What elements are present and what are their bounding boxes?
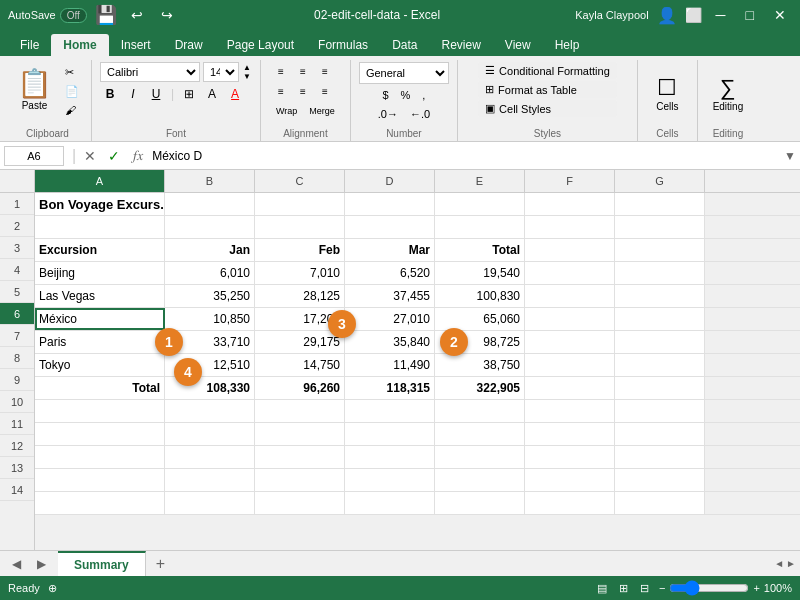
cell-a7[interactable]: Paris [35, 331, 165, 353]
row-num-1[interactable]: 1 [0, 193, 34, 215]
align-mid-center[interactable]: ≡ [293, 82, 313, 100]
decrease-decimal[interactable]: ←.0 [405, 106, 435, 122]
cell-e5[interactable]: 100,830 [435, 285, 525, 307]
cell-b11[interactable] [165, 423, 255, 445]
cell-c10[interactable] [255, 400, 345, 422]
align-top-right[interactable]: ≡ [315, 62, 335, 80]
cell-d1[interactable] [345, 193, 435, 215]
underline-button[interactable]: U [146, 84, 166, 104]
font-name-select[interactable]: Calibri [100, 62, 200, 82]
cell-f13[interactable] [525, 469, 615, 491]
cell-f6[interactable] [525, 308, 615, 330]
add-sheet-button[interactable]: + [146, 551, 175, 576]
redo-button[interactable]: ↪ [155, 5, 179, 25]
tab-file[interactable]: File [8, 34, 51, 56]
row-num-12[interactable]: 12 [0, 435, 34, 457]
cell-g13[interactable] [615, 469, 705, 491]
cell-g1[interactable] [615, 193, 705, 215]
fill-color-button[interactable]: A [202, 84, 222, 104]
cell-e14[interactable] [435, 492, 525, 514]
cell-b12[interactable] [165, 446, 255, 468]
cell-a11[interactable] [35, 423, 165, 445]
font-color-button[interactable]: A [225, 84, 245, 104]
row-num-13[interactable]: 13 [0, 457, 34, 479]
cell-b1[interactable] [165, 193, 255, 215]
cell-d14[interactable] [345, 492, 435, 514]
cell-e3[interactable]: Total [435, 239, 525, 261]
tab-data[interactable]: Data [380, 34, 429, 56]
currency-button[interactable]: $ [377, 87, 393, 103]
cell-e10[interactable] [435, 400, 525, 422]
font-size-decrease[interactable]: ▼ [242, 72, 252, 81]
zoom-in-button[interactable]: + [753, 582, 759, 594]
cell-d7[interactable]: 35,840 [345, 331, 435, 353]
cell-e1[interactable] [435, 193, 525, 215]
minimize-button[interactable]: ─ [710, 5, 732, 25]
cell-g14[interactable] [615, 492, 705, 514]
align-top-left[interactable]: ≡ [271, 62, 291, 80]
cell-e7[interactable]: 98,725 [435, 331, 525, 353]
formula-input[interactable] [152, 149, 780, 163]
cell-a10[interactable] [35, 400, 165, 422]
cell-a5[interactable]: Las Vegas [35, 285, 165, 307]
formula-fx-button[interactable]: 𝑓𝑥 [128, 146, 148, 166]
cell-f9[interactable] [525, 377, 615, 399]
cell-c1[interactable] [255, 193, 345, 215]
wrap-text-button[interactable]: Wrap [271, 102, 302, 120]
italic-button[interactable]: I [123, 84, 143, 104]
cell-g6[interactable] [615, 308, 705, 330]
tab-review[interactable]: Review [429, 34, 492, 56]
cell-styles-button[interactable]: ▣ Cell Styles [478, 100, 617, 117]
cell-ref-box[interactable]: A6 [4, 146, 64, 166]
cell-f3[interactable] [525, 239, 615, 261]
comma-button[interactable]: , [417, 87, 430, 103]
cell-f5[interactable] [525, 285, 615, 307]
conditional-formatting-button[interactable]: ☰ Conditional Formatting [478, 62, 617, 79]
cell-b7[interactable]: 33,710 [165, 331, 255, 353]
cell-g3[interactable] [615, 239, 705, 261]
cell-e12[interactable] [435, 446, 525, 468]
zoom-out-button[interactable]: − [659, 582, 665, 594]
cell-f8[interactable] [525, 354, 615, 376]
cell-e11[interactable] [435, 423, 525, 445]
cell-c11[interactable] [255, 423, 345, 445]
cell-b2[interactable] [165, 216, 255, 238]
cell-f2[interactable] [525, 216, 615, 238]
cell-d6[interactable]: 27,010 [345, 308, 435, 330]
autosave-status[interactable]: Off [60, 8, 87, 23]
cell-e2[interactable] [435, 216, 525, 238]
row-num-5[interactable]: 5 [0, 281, 34, 303]
cell-d3[interactable]: Mar [345, 239, 435, 261]
border-button[interactable]: ⊞ [179, 84, 199, 104]
number-format-select[interactable]: General [359, 62, 449, 84]
tab-home[interactable]: Home [51, 34, 108, 56]
cell-f14[interactable] [525, 492, 615, 514]
col-header-e[interactable]: E [435, 170, 525, 192]
cell-b8[interactable]: 12,510 [165, 354, 255, 376]
cell-f1[interactable] [525, 193, 615, 215]
cell-b5[interactable]: 35,250 [165, 285, 255, 307]
col-header-g[interactable]: G [615, 170, 705, 192]
page-break-view-button[interactable]: ⊟ [638, 580, 651, 597]
cell-g4[interactable] [615, 262, 705, 284]
cell-g10[interactable] [615, 400, 705, 422]
cell-a6[interactable]: México [35, 308, 165, 330]
col-header-f[interactable]: F [525, 170, 615, 192]
cell-c2[interactable] [255, 216, 345, 238]
cell-g2[interactable] [615, 216, 705, 238]
cell-b13[interactable] [165, 469, 255, 491]
cell-e6[interactable]: 65,060 [435, 308, 525, 330]
cell-d4[interactable]: 6,520 [345, 262, 435, 284]
cell-c5[interactable]: 28,125 [255, 285, 345, 307]
bold-button[interactable]: B [100, 84, 120, 104]
cell-g9[interactable] [615, 377, 705, 399]
sheet-scroll-right[interactable]: ▶ [29, 557, 54, 571]
row-num-8[interactable]: 8 [0, 347, 34, 369]
paste-button[interactable]: 📋 Paste [12, 62, 57, 116]
cell-a4[interactable]: Beijing [35, 262, 165, 284]
copy-button[interactable]: 📄 [61, 83, 83, 100]
cell-a2[interactable] [35, 216, 165, 238]
cut-button[interactable]: ✂ [61, 64, 83, 81]
cell-c12[interactable] [255, 446, 345, 468]
cell-c4[interactable]: 7,010 [255, 262, 345, 284]
